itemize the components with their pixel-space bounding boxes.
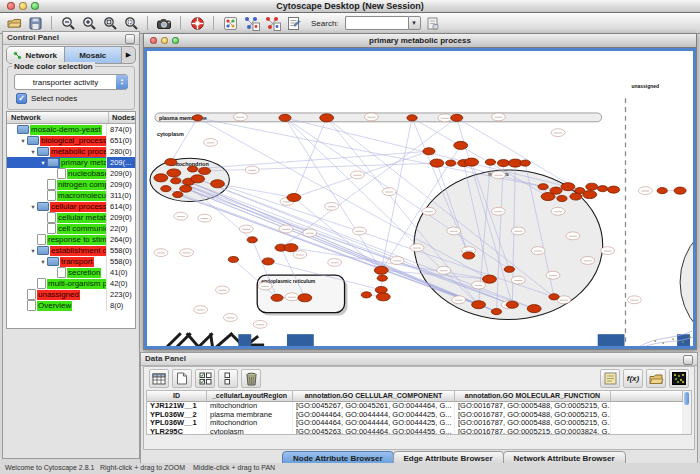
tree-row-15[interactable]: unassigned223(0) <box>7 289 135 300</box>
tree-row-8[interactable]: cellular metabo209(0) <box>7 212 135 223</box>
attribute-editor-icon[interactable] <box>600 369 620 388</box>
zoom-fit-icon[interactable] <box>101 15 119 32</box>
network-node-highlighted[interactable] <box>298 294 312 302</box>
attribute-select-icon[interactable] <box>149 369 169 388</box>
tree-expand-arrow[interactable]: ▼ <box>19 138 27 144</box>
network-node-highlighted[interactable] <box>228 256 238 262</box>
network-node-highlighted[interactable] <box>491 309 501 315</box>
snapshot-icon[interactable] <box>155 15 173 32</box>
tree-row-7[interactable]: ▼cellular process614(0) <box>7 201 135 212</box>
network-node-highlighted[interactable] <box>165 159 177 166</box>
network-node-highlighted[interactable] <box>520 160 530 166</box>
network-node-highlighted[interactable] <box>465 158 479 166</box>
float-panel-icon[interactable] <box>125 34 135 44</box>
help-icon[interactable] <box>188 15 206 32</box>
new-attribute-icon[interactable] <box>172 369 192 388</box>
tree-expand-arrow[interactable]: ▼ <box>29 149 37 155</box>
search-dropdown-arrow[interactable]: ▼ <box>408 16 421 30</box>
network-node-highlighted[interactable] <box>375 286 387 293</box>
network-node-highlighted[interactable] <box>483 275 497 283</box>
network-node-highlighted[interactable] <box>377 275 387 281</box>
network-node-highlighted[interactable] <box>211 180 225 188</box>
network-node-highlighted[interactable] <box>284 244 298 252</box>
network-node-highlighted[interactable] <box>171 178 181 184</box>
network-node-highlighted[interactable] <box>674 187 686 194</box>
close-button[interactable] <box>7 2 15 10</box>
network-canvas[interactable]: plasma membranecytoplasmmitochondrionnuc… <box>144 48 696 349</box>
network-node-highlighted[interactable] <box>608 186 620 193</box>
formula-icon[interactable]: f(x) <box>623 369 643 388</box>
tree-row-1[interactable]: ▼biological_process651(0) <box>7 135 135 146</box>
table-column-header[interactable]: _cellularLayoutRegion <box>207 391 293 401</box>
network-node-unselected[interactable] <box>437 266 451 274</box>
network-node-highlighted[interactable] <box>423 148 435 155</box>
tree-row-9[interactable]: cell communicat22(0) <box>7 223 135 234</box>
table-column-header[interactable]: ID <box>147 391 207 401</box>
tab-network[interactable]: Network <box>7 47 65 63</box>
network-node-highlighted[interactable] <box>161 186 171 192</box>
network-node-highlighted[interactable] <box>446 160 456 166</box>
tree-row-0[interactable]: mosaic-demo-yeast874(0) <box>7 124 135 135</box>
network-node-highlighted[interactable] <box>451 114 463 121</box>
network-node-highlighted[interactable] <box>247 237 257 243</box>
zoom-out-icon[interactable] <box>59 15 77 32</box>
network-node-highlighted[interactable] <box>430 159 444 167</box>
tree-column-network[interactable]: Network <box>7 112 109 123</box>
import-attributes-icon[interactable] <box>646 369 666 388</box>
zoom-button[interactable] <box>31 2 39 10</box>
tree-row-10[interactable]: response to stimul264(0) <box>7 234 135 245</box>
tree-row-5[interactable]: nitrogen compo209(0) <box>7 179 135 190</box>
network-node-highlighted[interactable] <box>287 193 301 201</box>
network-node-highlighted[interactable] <box>549 294 559 300</box>
network-node-highlighted[interactable] <box>191 175 205 183</box>
network-node-highlighted[interactable] <box>657 188 667 194</box>
network-node-unselected[interactable] <box>422 207 436 215</box>
table-row-3[interactable]: YLR295Ccytoplasm[GO:0045263, GO:0044464,… <box>147 428 683 435</box>
network-node-highlighted[interactable] <box>361 292 371 298</box>
layout-icon[interactable] <box>221 15 239 32</box>
tree-row-4[interactable]: nucleobase-209(0) <box>7 168 135 179</box>
network-node-unselected[interactable] <box>472 281 486 289</box>
region-nucleus[interactable] <box>414 170 603 319</box>
node-color-dropdown[interactable]: transporter activity ▲▼ <box>14 74 128 90</box>
network-node-highlighted[interactable] <box>557 195 567 201</box>
network-node-highlighted[interactable] <box>570 193 582 200</box>
table-row-2[interactable]: YPL036W__1mitochondrion[GO:0044464, GO:0… <box>147 419 683 428</box>
network-node-highlighted[interactable] <box>180 185 192 192</box>
network-node-unselected[interactable] <box>627 296 641 304</box>
zoom-selected-icon[interactable] <box>122 15 140 32</box>
attribute-checkbox-icon[interactable] <box>195 369 215 388</box>
vizmapper-icon[interactable] <box>284 15 302 32</box>
network-node-highlighted[interactable] <box>504 266 514 272</box>
table-column-header[interactable]: annotation.GO MOLECULAR_FUNCTION <box>455 391 611 401</box>
network-node-highlighted[interactable] <box>463 252 475 259</box>
tree-row-3[interactable]: ▼primary metabo209(... <box>7 157 135 168</box>
tab-mosaic[interactable]: Mosaic <box>65 47 123 63</box>
network-node-highlighted[interactable] <box>538 184 548 190</box>
tree-expand-arrow[interactable]: ▼ <box>39 259 47 265</box>
tree-row-16[interactable]: Overview8(0) <box>7 300 135 311</box>
network-node-highlighted[interactable] <box>454 141 468 149</box>
network-node-unselected[interactable] <box>452 296 466 304</box>
network-node-highlighted[interactable] <box>262 258 274 265</box>
network-node-highlighted[interactable] <box>320 114 334 122</box>
network-node-highlighted[interactable] <box>506 301 518 308</box>
open-icon[interactable] <box>5 15 23 32</box>
annotation-icon[interactable] <box>424 15 442 32</box>
network-node-highlighted[interactable] <box>586 183 598 190</box>
matrix-icon[interactable] <box>669 369 689 388</box>
search-input[interactable] <box>345 16 408 30</box>
network-node-highlighted[interactable] <box>583 191 597 199</box>
hide-selected-icon[interactable] <box>242 15 260 32</box>
network-node-highlighted[interactable] <box>167 169 181 177</box>
network-node-highlighted[interactable] <box>561 183 575 191</box>
minimize-button[interactable] <box>19 2 27 10</box>
network-node-unselected[interactable] <box>551 207 565 215</box>
tree-row-14[interactable]: multi-organism pro42(0) <box>7 278 135 289</box>
network-node-unselected[interactable] <box>253 320 267 328</box>
tree-row-6[interactable]: macromolecule311(0) <box>7 190 135 201</box>
network-node-highlighted[interactable] <box>597 186 607 192</box>
network-node-unselected[interactable] <box>491 207 505 215</box>
select-nodes-checkbox[interactable]: ✓ <box>16 93 27 104</box>
table-scrollbar[interactable] <box>683 390 692 435</box>
